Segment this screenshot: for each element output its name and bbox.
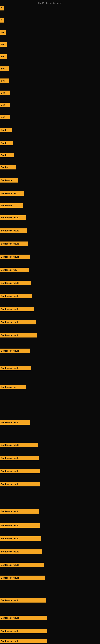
- bar-item-32: Bottleneck result: [0, 456, 39, 460]
- bar-item-44: Bottleneck result: [0, 639, 48, 644]
- bottleneck-bar-20: Bottleneck result: [0, 254, 30, 259]
- bar-item-28: Bottleneck result: [0, 366, 31, 370]
- bottleneck-bar-6: Bot: [0, 78, 9, 83]
- bottleneck-bar-28: Bottleneck result: [0, 366, 31, 370]
- bar-item-9: Bott: [0, 115, 10, 119]
- bar-item-13: Bottlen: [0, 165, 16, 170]
- bar-item-26: Bottleneck result: [0, 333, 37, 338]
- bar-item-8: Bott: [0, 103, 10, 107]
- bottleneck-bar-27: Bottleneck result: [0, 348, 30, 353]
- bar-item-34: Bottleneck result: [0, 482, 40, 486]
- bottleneck-bar-41: Bottleneck result: [0, 598, 46, 602]
- bottleneck-bar-14: Bottleneck: [0, 178, 18, 182]
- bar-item-29: Bottleneck res: [0, 385, 26, 389]
- bottleneck-bar-21: Bottleneck resu: [0, 268, 29, 272]
- bar-item-40: Bottleneck result: [0, 576, 45, 580]
- bar-item-23: Bottleneck result: [0, 294, 32, 298]
- bottleneck-bar-18: Bottleneck result: [0, 228, 27, 233]
- bottleneck-bar-2: Bo: [0, 30, 6, 34]
- bar-item-24: Bottleneck result: [0, 307, 34, 311]
- bar-item-17: Bottleneck result: [0, 215, 26, 220]
- bottleneck-bar-10: Bottl: [0, 128, 12, 132]
- bottleneck-bar-30: Bottleneck result: [0, 420, 30, 425]
- bottleneck-bar-13: Bottlen: [0, 165, 16, 170]
- bottleneck-bar-24: Bottleneck result: [0, 307, 34, 311]
- bottleneck-bar-1: B: [0, 18, 4, 22]
- bottleneck-bar-36: Bottleneck result: [0, 523, 40, 528]
- bottleneck-bar-7: Bott: [0, 90, 10, 95]
- bar-item-1: B: [0, 18, 4, 22]
- site-title: TheBottlenecker.com: [38, 2, 62, 5]
- bar-item-36: Bottleneck result: [0, 523, 40, 528]
- bar-item-3: Bot: [0, 42, 7, 47]
- bar-item-33: Bottleneck result: [0, 469, 40, 473]
- bar-item-41: Bottleneck result: [0, 598, 46, 602]
- bottleneck-bar-35: Bottleneck result: [0, 509, 39, 514]
- bottleneck-bar-17: Bottleneck result: [0, 215, 26, 220]
- bar-item-4: Bo: [0, 54, 7, 59]
- bottleneck-bar-39: Bottleneck result: [0, 563, 44, 567]
- bottleneck-bar-37: Bottleneck result: [0, 536, 41, 541]
- bottleneck-bar-12: Bottle: [0, 153, 14, 158]
- bottleneck-bar-33: Bottleneck result: [0, 469, 40, 473]
- bar-item-2: Bo: [0, 30, 6, 34]
- bar-item-5: Bott: [0, 66, 9, 71]
- bar-item-30: Bottleneck result: [0, 420, 30, 425]
- bar-item-25: Bottleneck result: [0, 320, 36, 324]
- bar-item-43: Bottleneck result: [0, 629, 47, 633]
- bottleneck-bar-44: Bottleneck result: [0, 639, 48, 644]
- bar-item-18: Bottleneck result: [0, 228, 27, 233]
- bottleneck-bar-38: Bottleneck result: [0, 550, 42, 554]
- bar-item-6: Bot: [0, 78, 9, 83]
- bottleneck-bar-31: Bottleneck result: [0, 443, 38, 447]
- bar-item-31: Bottleneck result: [0, 443, 38, 447]
- bottleneck-bar-29: Bottleneck res: [0, 385, 26, 389]
- bottleneck-bar-8: Bott: [0, 103, 10, 107]
- bottleneck-bar-43: Bottleneck result: [0, 629, 47, 633]
- bottleneck-bar-26: Bottleneck result: [0, 333, 37, 338]
- bar-item-35: Bottleneck result: [0, 509, 39, 514]
- bar-item-38: Bottleneck result: [0, 550, 42, 554]
- bar-item-37: Bottleneck result: [0, 536, 41, 541]
- bar-item-21: Bottleneck resu: [0, 268, 29, 272]
- bottleneck-bar-23: Bottleneck result: [0, 294, 32, 298]
- bar-item-14: Bottleneck: [0, 178, 18, 182]
- bottleneck-bar-42: Bottleneck result: [0, 616, 47, 620]
- bottleneck-bar-4: Bo: [0, 54, 7, 59]
- bar-item-15: Bottleneck resu: [0, 191, 24, 196]
- bar-item-27: Bottleneck result: [0, 348, 30, 353]
- bar-item-20: Bottleneck result: [0, 254, 30, 259]
- bar-item-16: Bottleneck r: [0, 203, 23, 208]
- bottleneck-bar-19: Bottleneck result: [0, 242, 28, 246]
- bottleneck-bar-15: Bottleneck resu: [0, 191, 24, 196]
- bar-item-0: B: [0, 6, 3, 10]
- bar-item-10: Bottl: [0, 128, 12, 132]
- bottleneck-bar-3: Bot: [0, 42, 7, 47]
- bar-item-42: Bottleneck result: [0, 616, 47, 620]
- bottleneck-bar-16: Bottleneck r: [0, 203, 23, 208]
- bar-item-19: Bottleneck result: [0, 242, 28, 246]
- bottleneck-bar-9: Bott: [0, 115, 10, 119]
- bottleneck-bar-11: Bottle: [0, 141, 13, 145]
- bar-item-12: Bottle: [0, 153, 14, 158]
- bar-item-39: Bottleneck result: [0, 563, 44, 567]
- bar-item-11: Bottle: [0, 141, 13, 145]
- bottleneck-bar-34: Bottleneck result: [0, 482, 40, 486]
- bottleneck-bar-25: Bottleneck result: [0, 320, 36, 324]
- bottleneck-bar-40: Bottleneck result: [0, 576, 45, 580]
- bottleneck-bar-32: Bottleneck result: [0, 456, 39, 460]
- bottleneck-bar-5: Bott: [0, 66, 9, 71]
- bar-item-22: Bottleneck result: [0, 281, 31, 285]
- bottleneck-bar-0: B: [0, 6, 3, 10]
- bar-item-7: Bott: [0, 90, 10, 95]
- bottleneck-bar-22: Bottleneck result: [0, 281, 31, 285]
